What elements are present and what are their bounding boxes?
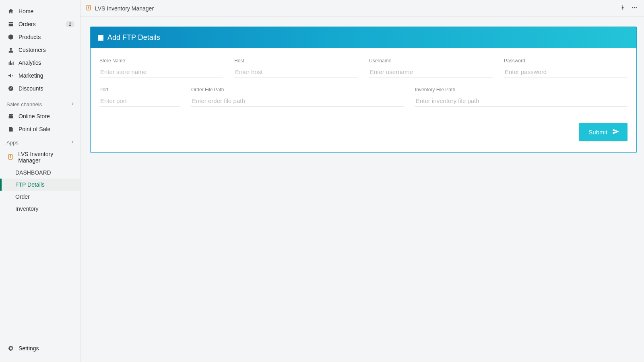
nav-label: Home bbox=[19, 8, 74, 14]
card-header: Add FTP Details bbox=[91, 27, 636, 48]
more-icon[interactable] bbox=[631, 4, 638, 12]
field-host: Host bbox=[234, 58, 358, 78]
apps-label: Apps bbox=[6, 140, 19, 146]
marketing-icon bbox=[7, 72, 14, 79]
subnav-inventory[interactable]: Inventory bbox=[0, 203, 80, 215]
content: Add FTP Details Store Name Host Username bbox=[80, 17, 644, 362]
field-password: Password bbox=[504, 58, 627, 78]
subnav-dashboard[interactable]: DASHBOARD bbox=[0, 167, 80, 179]
app-icon bbox=[7, 154, 14, 161]
chevron-right-icon bbox=[70, 101, 74, 107]
nav-label: Customers bbox=[19, 47, 74, 53]
inventory-path-input[interactable] bbox=[415, 94, 627, 107]
field-port: Port bbox=[99, 87, 180, 107]
store-name-label: Store Name bbox=[99, 58, 223, 64]
nav-orders[interactable]: Orders 2 bbox=[0, 18, 80, 31]
password-label: Password bbox=[504, 58, 627, 64]
username-label: Username bbox=[369, 58, 493, 64]
chevron-right-icon bbox=[70, 140, 74, 146]
nav-analytics[interactable]: Analytics bbox=[0, 56, 80, 69]
store-name-input[interactable] bbox=[99, 65, 223, 78]
password-input[interactable] bbox=[504, 65, 627, 78]
send-icon bbox=[612, 128, 619, 136]
card-header-icon bbox=[98, 35, 103, 41]
app-icon bbox=[85, 4, 92, 12]
card-title: Add FTP Details bbox=[107, 33, 160, 42]
submit-label: Submit bbox=[588, 129, 607, 136]
submit-button[interactable]: Submit bbox=[579, 123, 627, 141]
nav-label: Orders bbox=[19, 21, 66, 27]
sales-channels-header[interactable]: Sales channels bbox=[0, 97, 80, 110]
field-store-name: Store Name bbox=[99, 58, 223, 78]
nav-home[interactable]: Home bbox=[0, 5, 80, 18]
home-icon bbox=[7, 8, 14, 15]
nav-label: Marketing bbox=[19, 72, 74, 79]
field-username: Username bbox=[369, 58, 493, 78]
app-name-label: LVS Inventory Manager bbox=[18, 151, 74, 164]
order-path-label: Order File Path bbox=[191, 87, 404, 93]
card-body: Store Name Host Username Password bbox=[91, 48, 636, 152]
apps-header[interactable]: Apps bbox=[0, 136, 80, 148]
settings-label: Settings bbox=[19, 345, 74, 352]
username-input[interactable] bbox=[369, 65, 493, 78]
sales-channels-label: Sales channels bbox=[6, 101, 42, 107]
nav-label: Point of Sale bbox=[19, 126, 74, 132]
svg-point-5 bbox=[636, 7, 637, 8]
nav-point-of-sale[interactable]: Point of Sale bbox=[0, 123, 80, 136]
nav-customers[interactable]: Customers bbox=[0, 43, 80, 56]
topbar: LVS Inventory Manager bbox=[80, 0, 644, 17]
products-icon bbox=[7, 33, 14, 41]
nav-settings[interactable]: Settings bbox=[0, 342, 80, 355]
ftp-details-card: Add FTP Details Store Name Host Username bbox=[90, 27, 637, 153]
pos-icon bbox=[7, 125, 14, 133]
nav-marketing[interactable]: Marketing bbox=[0, 69, 80, 82]
nav-products[interactable]: Products bbox=[0, 31, 80, 43]
nav-online-store[interactable]: Online Store bbox=[0, 110, 80, 123]
subnav-ftp-details[interactable]: FTP Details bbox=[0, 179, 80, 191]
online-store-icon bbox=[7, 113, 14, 120]
inventory-path-label: Inventory File Path bbox=[415, 87, 627, 93]
sidebar: Home Orders 2 Products Customers A bbox=[0, 0, 80, 362]
port-input[interactable] bbox=[99, 94, 180, 107]
pin-icon[interactable] bbox=[620, 5, 625, 12]
app-lvs-inventory-manager[interactable]: LVS Inventory Manager bbox=[0, 148, 80, 167]
customers-icon bbox=[7, 46, 14, 53]
nav-label: Discounts bbox=[19, 85, 74, 92]
nav-label: Products bbox=[19, 34, 74, 40]
svg-point-4 bbox=[634, 7, 635, 8]
discounts-icon bbox=[7, 85, 14, 92]
nav-label: Analytics bbox=[19, 60, 74, 66]
orders-icon bbox=[7, 21, 14, 28]
analytics-icon bbox=[7, 59, 14, 66]
host-label: Host bbox=[234, 58, 358, 64]
orders-badge: 2 bbox=[66, 21, 74, 27]
field-inventory-file-path: Inventory File Path bbox=[415, 87, 627, 107]
svg-point-3 bbox=[632, 7, 633, 8]
main: LVS Inventory Manager Add FTP Details St… bbox=[80, 0, 644, 362]
order-path-input[interactable] bbox=[191, 94, 404, 107]
gear-icon bbox=[7, 345, 14, 352]
subnav-order[interactable]: Order bbox=[0, 191, 80, 203]
nav-label: Online Store bbox=[19, 113, 74, 119]
main-nav: Home Orders 2 Products Customers A bbox=[0, 5, 80, 97]
page-title: LVS Inventory Manager bbox=[95, 5, 154, 12]
port-label: Port bbox=[99, 87, 180, 93]
field-order-file-path: Order File Path bbox=[191, 87, 404, 107]
nav-discounts[interactable]: Discounts bbox=[0, 82, 80, 95]
host-input[interactable] bbox=[234, 65, 358, 78]
